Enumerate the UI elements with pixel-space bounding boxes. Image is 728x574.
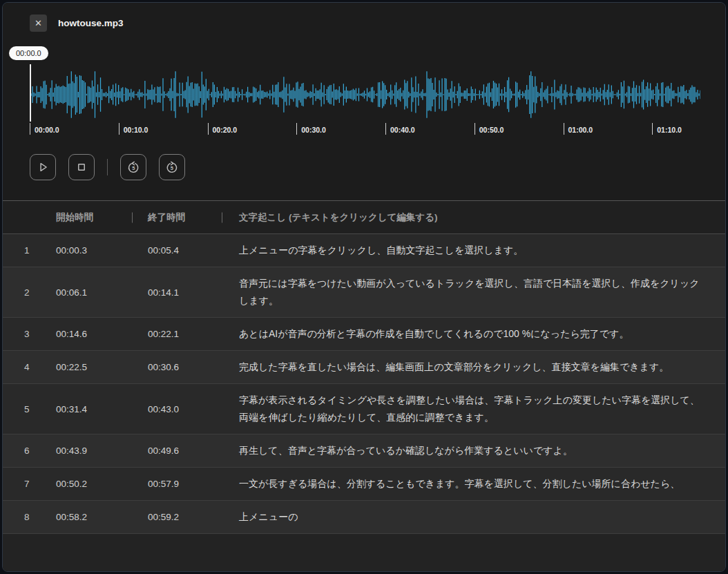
- row-index: 4: [3, 358, 46, 376]
- row-end-time[interactable]: 00:59.2: [137, 508, 229, 526]
- skip-forward-5-icon: 5: [164, 160, 180, 175]
- table-row: 7 00:50.2 00:57.9 一文が長すぎる場合は、分割することもできます…: [3, 468, 725, 501]
- play-icon: [35, 160, 50, 175]
- transport-controls: 5 5: [30, 154, 185, 180]
- row-start-time[interactable]: 00:14.6: [46, 325, 137, 343]
- row-transcript[interactable]: 音声元には字幕をつけたい動画が入っているトラックを選択し、言語で日本語を選択し、…: [229, 275, 725, 309]
- row-index: 2: [3, 284, 46, 301]
- table-row: 6 00:43.9 00:49.6 再生して、音声と字幕が合っているか確認しなが…: [3, 434, 725, 468]
- play-button[interactable]: [30, 154, 56, 180]
- transcript-table-body: 1 00:00.3 00:05.4 上メニューの字幕をクリックし、自動文字起こし…: [3, 234, 725, 571]
- playhead[interactable]: [30, 64, 31, 122]
- row-index: 7: [3, 475, 46, 492]
- row-transcript[interactable]: 再生して、音声と字幕が合っているか確認しながら作業するといいですよ。: [229, 442, 725, 459]
- row-start-time[interactable]: 00:22.5: [46, 358, 137, 376]
- row-transcript[interactable]: あとはAIが音声の分析と字幕の作成を自動でしてくれるので100 %になったら完了…: [229, 325, 725, 343]
- row-start-time[interactable]: 00:06.1: [46, 284, 137, 301]
- row-end-time[interactable]: 00:49.6: [137, 442, 229, 459]
- row-start-time[interactable]: 00:50.2: [46, 475, 137, 492]
- row-index: 6: [3, 442, 46, 459]
- header-divider: [222, 212, 222, 222]
- table-row: 5 00:31.4 00:43.0 字幕が表示されるタイミングや長さを調整したい…: [3, 384, 725, 434]
- row-end-time[interactable]: 00:43.0: [137, 401, 229, 418]
- skip-back-5-button[interactable]: 5: [120, 154, 146, 180]
- stop-button[interactable]: [68, 154, 95, 180]
- ruler-tick: 01:00.0: [564, 123, 593, 136]
- transcription-window: ✕ howtouse.mp3 00:00.0 00:00.000:10.000:…: [2, 2, 726, 572]
- svg-text:5: 5: [171, 165, 173, 171]
- table-header: 開始時間 終了時間 文字起こし (テキストをクリックして編集する): [3, 201, 725, 234]
- row-end-time[interactable]: 00:22.1: [137, 325, 229, 343]
- row-end-time[interactable]: 00:30.6: [137, 358, 229, 376]
- ruler-tick: 00:10.0: [119, 123, 149, 136]
- row-transcript[interactable]: 字幕が表示されるタイミングや長さを調整したい場合は、字幕トラック上の変更したい字…: [229, 392, 725, 426]
- row-index: 3: [3, 325, 46, 343]
- row-end-time[interactable]: 00:05.4: [137, 242, 229, 259]
- header-start-time: 開始時間: [46, 211, 137, 224]
- row-start-time[interactable]: 00:00.3: [46, 242, 137, 259]
- ruler-tick: 00:40.0: [385, 123, 415, 136]
- playhead-time-tooltip: 00:00.0: [9, 46, 48, 60]
- table-row: 8 00:58.2 00:59.2 上メニューの: [3, 501, 725, 534]
- row-end-time[interactable]: 00:57.9: [137, 475, 229, 492]
- transcript-table: 開始時間 終了時間 文字起こし (テキストをクリックして編集する) 1 00:0…: [3, 201, 725, 571]
- time-ruler: 00:00.000:10.000:20.000:30.000:40.000:50…: [30, 123, 700, 137]
- close-button[interactable]: ✕: [30, 15, 47, 32]
- skip-forward-5-button[interactable]: 5: [159, 154, 185, 180]
- skip-back-5-icon: 5: [126, 160, 141, 175]
- header-divider: [132, 212, 133, 222]
- header-end-time: 終了時間: [137, 211, 229, 224]
- table-row: 1 00:00.3 00:05.4 上メニューの字幕をクリックし、自動文字起こし…: [3, 234, 725, 267]
- ruler-tick: 00:00.0: [30, 123, 59, 136]
- row-start-time[interactable]: 00:43.9: [46, 442, 137, 459]
- row-transcript[interactable]: 上メニューの: [229, 508, 725, 526]
- row-transcript[interactable]: 上メニューの字幕をクリックし、自動文字起こしを選択します。: [229, 242, 725, 259]
- row-index: 1: [3, 242, 46, 259]
- svg-text:5: 5: [132, 165, 135, 171]
- transport-divider: [107, 159, 108, 175]
- row-end-time[interactable]: 00:14.1: [137, 284, 229, 301]
- row-transcript[interactable]: 完成した字幕を直したい場合は、編集画面上の文章部分をクリックし、直接文章を編集で…: [229, 358, 725, 376]
- table-row: 2 00:06.1 00:14.1 音声元には字幕をつけたい動画が入っているトラ…: [3, 267, 725, 318]
- waveform-area[interactable]: [30, 70, 700, 119]
- ruler-tick: 01:10.0: [652, 123, 682, 136]
- row-index: 5: [3, 401, 46, 418]
- waveform-svg: [30, 70, 700, 119]
- row-start-time[interactable]: 00:31.4: [46, 401, 137, 418]
- row-start-time[interactable]: 00:58.2: [46, 508, 137, 526]
- row-transcript[interactable]: 一文が長すぎる場合は、分割することもできます。字幕を選択して、分割したい場所に合…: [229, 475, 725, 492]
- stop-icon: [74, 160, 89, 175]
- ruler-tick: 00:20.0: [208, 123, 238, 136]
- table-row: 4 00:22.5 00:30.6 完成した字幕を直したい場合は、編集画面上の文…: [3, 351, 725, 384]
- header-transcript: 文字起こし (テキストをクリックして編集する): [229, 211, 725, 224]
- ruler-tick: 00:50.0: [475, 123, 504, 136]
- file-bar: ✕ howtouse.mp3: [30, 15, 124, 32]
- row-index: 8: [3, 508, 46, 526]
- ruler-tick: 00:30.0: [296, 123, 326, 136]
- player-panel: ✕ howtouse.mp3 00:00.0 00:00.000:10.000:…: [3, 3, 725, 201]
- close-icon: ✕: [35, 19, 42, 28]
- audio-filename: howtouse.mp3: [58, 18, 124, 28]
- table-row: 3 00:14.6 00:22.1 あとはAIが音声の分析と字幕の作成を自動でし…: [3, 318, 725, 351]
